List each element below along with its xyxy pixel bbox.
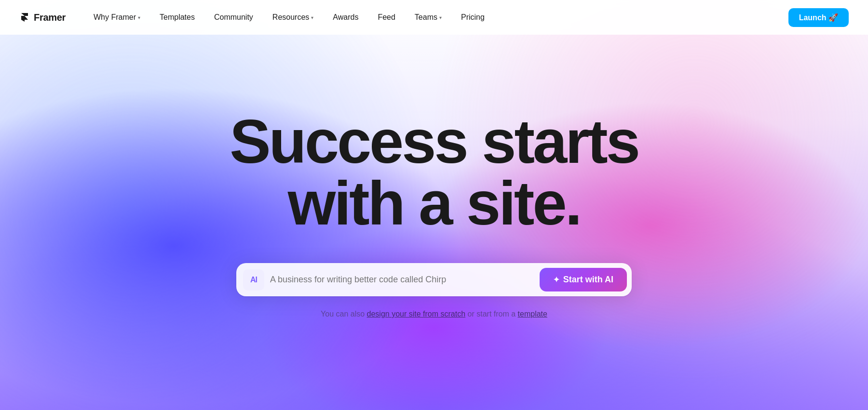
hero-section: Success starts with a site. AI ✦ Start w… [0,0,868,410]
framer-logo-icon [19,12,30,23]
hero-content: Success starts with a site. AI ✦ Start w… [0,111,868,318]
sparkle-icon: ✦ [553,275,559,284]
launch-button[interactable]: Launch 🚀 [788,8,849,27]
design-from-scratch-link[interactable]: design your site from scratch [367,310,466,318]
ai-input-container: AI ✦ Start with AI [236,263,632,296]
logo-link[interactable]: Framer [19,12,66,23]
nav-item-why-framer[interactable]: Why Framer ▾ [85,9,149,26]
ai-icon-wrapper: AI [243,269,264,291]
nav-item-awards[interactable]: Awards [324,9,367,26]
template-link[interactable]: template [518,310,547,318]
ai-icon: AI [250,276,257,284]
start-with-ai-button[interactable]: ✦ Start with AI [540,268,627,291]
nav-item-pricing[interactable]: Pricing [452,9,493,26]
nav-item-feed[interactable]: Feed [369,9,404,26]
nav-item-templates[interactable]: Templates [151,9,203,26]
chevron-down-icon: ▾ [311,15,313,20]
nav-item-community[interactable]: Community [205,9,262,26]
chevron-down-icon: ▾ [138,15,140,20]
nav-item-resources[interactable]: Resources ▾ [264,9,322,26]
brand-name: Framer [34,12,66,23]
ai-input-field[interactable] [270,275,534,285]
nav-item-teams[interactable]: Teams ▾ [406,9,450,26]
hero-footer-text: You can also design your site from scrat… [321,310,547,318]
hero-title: Success starts with a site. [230,111,638,234]
chevron-down-icon: ▾ [439,15,442,20]
nav-items-list: Why Framer ▾ Templates Community Resourc… [85,9,788,26]
navigation: Framer Why Framer ▾ Templates Community … [0,0,868,35]
